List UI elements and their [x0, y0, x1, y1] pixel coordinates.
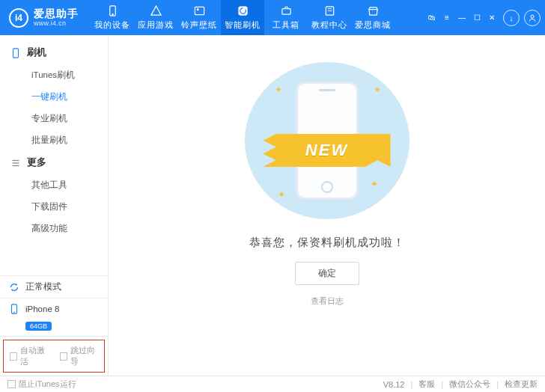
checkbox-skip-guide[interactable]: 跳过向导: [60, 345, 98, 367]
checkbox-block-itunes[interactable]: 阻止iTunes运行: [7, 379, 76, 390]
nav-toolbox[interactable]: 工具箱: [264, 0, 308, 35]
sidebar-item-other-tools[interactable]: 其他工具: [0, 174, 108, 196]
version-label: V8.12: [383, 380, 405, 389]
svg-point-3: [197, 9, 198, 10]
sidebar-item-advanced[interactable]: 高级功能: [0, 218, 108, 239]
section-flash-title: 刷机: [27, 46, 46, 59]
svg-rect-2: [195, 7, 204, 14]
sparkle-icon: ✦: [371, 179, 378, 189]
sparkle-icon: ✦: [374, 85, 381, 95]
device-mode-label: 正常模式: [25, 281, 61, 293]
minimize-icon[interactable]: —: [457, 13, 467, 23]
block-itunes-label: 阻止iTunes运行: [19, 379, 76, 390]
skip-guide-label: 跳过向导: [70, 345, 98, 367]
book-icon: [323, 5, 335, 17]
nav-store[interactable]: 爱思商城: [351, 0, 395, 35]
sidebar-bottom: 正常模式 iPhone 8 64GB 自动激活 跳过向导: [0, 275, 108, 376]
sparkle-icon: ✦: [278, 189, 285, 200]
device-capacity-badge: 64GB: [25, 322, 52, 331]
device-name: iPhone 8: [25, 304, 59, 313]
success-message: 恭喜您，保资料刷机成功啦！: [249, 236, 405, 250]
svg-point-9: [531, 15, 534, 18]
support-link[interactable]: 客服: [418, 379, 435, 390]
menu-icon[interactable]: ≡: [442, 13, 452, 23]
sidebar: 刷机 iTunes刷机 一键刷机 专业刷机 批量刷机 更多 其他工具 下载固件 …: [0, 35, 109, 376]
top-nav: 我的设备 应用游戏 铃声壁纸 智能刷机 工具箱: [91, 0, 395, 35]
image-icon: [193, 5, 205, 17]
refresh-icon: [237, 5, 249, 17]
sparkle-icon: ✦: [275, 85, 282, 95]
device-mode[interactable]: 正常模式: [0, 276, 108, 298]
phone-outline-icon: [10, 48, 21, 58]
maximize-icon[interactable]: ☐: [472, 13, 482, 23]
checkbox-auto-activate[interactable]: 自动激活: [10, 345, 48, 367]
success-illustration: ✦ ✦ ✦ ✦ NEW: [245, 62, 409, 219]
checkbox-icon: [10, 352, 17, 361]
app-header: i4 爱思助手 www.i4.cn 我的设备 应用游戏 铃声壁纸: [0, 0, 545, 35]
svg-rect-5: [281, 9, 290, 15]
brand-logo: i4 爱思助手 www.i4.cn: [0, 0, 91, 35]
section-flash[interactable]: 刷机: [0, 41, 108, 64]
cart-icon[interactable]: 🛍: [427, 13, 437, 23]
nav-ringtone-wallpaper[interactable]: 铃声壁纸: [177, 0, 221, 35]
sidebar-item-pro-flash[interactable]: 专业刷机: [0, 108, 108, 129]
statusbar: 阻止iTunes运行 V8.12 | 客服 | 微信公众号 | 检查更新: [0, 376, 545, 392]
header-right: 🛍 ≡ — ☐ ✕ ↓: [427, 0, 545, 35]
brand-url: www.i4.cn: [34, 20, 79, 27]
nav-tutorial[interactable]: 教程中心: [308, 0, 351, 35]
download-icon[interactable]: ↓: [503, 10, 520, 26]
checkbox-icon: [7, 380, 16, 388]
device-info[interactable]: iPhone 8 64GB: [0, 298, 108, 337]
view-log-link[interactable]: 查看日志: [311, 295, 344, 307]
list-icon: [10, 158, 21, 168]
sidebar-item-onekey-flash[interactable]: 一键刷机: [0, 86, 108, 108]
sidebar-item-batch-flash[interactable]: 批量刷机: [0, 129, 108, 151]
main-panel: ✦ ✦ ✦ ✦ NEW 恭喜您，保资料刷机成功啦！ 确定 查看日志: [109, 35, 545, 376]
briefcase-icon: [280, 5, 292, 17]
sidebar-item-download-fw[interactable]: 下载固件: [0, 196, 108, 218]
check-update-link[interactable]: 检查更新: [505, 379, 538, 390]
nav-app-game[interactable]: 应用游戏: [134, 0, 177, 35]
user-icon[interactable]: [524, 10, 541, 26]
checkbox-icon: [60, 352, 67, 361]
nav-smart-flash[interactable]: 智能刷机: [221, 0, 264, 35]
window-buttons: 🛍 ≡ — ☐ ✕: [427, 13, 497, 23]
ok-button[interactable]: 确定: [295, 262, 359, 285]
store-icon: [367, 5, 379, 17]
svg-rect-10: [13, 48, 19, 57]
auto-activate-label: 自动激活: [20, 345, 48, 367]
brand-name: 爱思助手: [34, 8, 79, 19]
section-more-title: 更多: [27, 156, 46, 169]
svg-point-15: [13, 312, 15, 313]
close-icon[interactable]: ✕: [487, 13, 497, 23]
device-icon: [9, 304, 19, 314]
logo-icon: i4: [9, 8, 28, 28]
svg-point-1: [112, 13, 113, 15]
sidebar-item-itunes-flash[interactable]: iTunes刷机: [0, 64, 108, 86]
phone-icon: [106, 5, 118, 17]
nav-my-device[interactable]: 我的设备: [91, 0, 134, 35]
new-ribbon: NEW: [264, 134, 391, 167]
wechat-link[interactable]: 微信公众号: [449, 379, 490, 390]
sync-icon: [9, 282, 19, 293]
section-more[interactable]: 更多: [0, 151, 108, 174]
highlight-options: 自动激活 跳过向导: [3, 340, 105, 373]
apps-icon: [150, 5, 162, 17]
